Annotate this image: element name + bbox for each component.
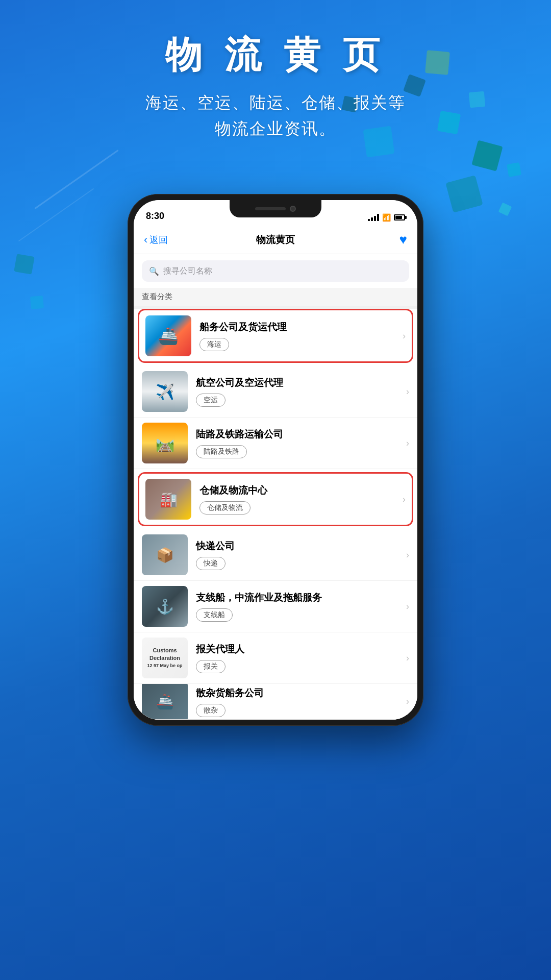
item-image-warehouse: 🏭 (145, 479, 191, 520)
back-label: 返回 (149, 234, 168, 246)
wifi-icon: 📶 (382, 213, 391, 222)
page-header: 物 流 黄 页 海运、空运、陆运、仓储、报关等 物流企业资讯。 (0, 31, 551, 142)
subtitle-line2: 物流企业资讯。 (215, 119, 336, 138)
customs-image-text: CustomsDeclaration12 97 May be op (147, 647, 182, 668)
item-title-land: 陆路及铁路运输公司 (196, 428, 402, 441)
item-tag-courier: 快递 (196, 557, 226, 570)
search-box[interactable]: 🔍 搜寻公司名称 (142, 260, 409, 282)
item-arrow-airline: › (406, 386, 409, 397)
list-item-courier[interactable]: 📦 快递公司 快递 › (134, 529, 417, 581)
item-tag-airline: 空运 (196, 394, 226, 407)
item-arrow-bulk: › (406, 696, 409, 707)
item-tag-feeder: 支线船 (196, 608, 233, 622)
favorite-button[interactable]: ♥ (399, 232, 407, 248)
item-tag-warehouse: 仓储及物流 (199, 501, 251, 514)
item-title-warehouse: 仓储及物流中心 (199, 484, 398, 497)
page-main-title: 物 流 黄 页 (0, 31, 551, 80)
phone-screen: 8:30 📶 ‹ 返回 (134, 200, 417, 720)
item-content-courier: 快递公司 快递 (196, 540, 402, 570)
item-arrow-customs: › (406, 653, 409, 664)
category-label: 查看分类 (134, 288, 417, 306)
item-content-land: 陆路及铁路运输公司 陆路及铁路 (196, 428, 402, 458)
list-item-land[interactable]: 🛤️ 陆路及铁路运输公司 陆路及铁路 › (134, 418, 417, 469)
item-title-feeder: 支线船，中流作业及拖船服务 (196, 591, 402, 604)
item-content-bulk: 散杂货船务公司 散杂 (196, 687, 402, 717)
search-section: 🔍 搜寻公司名称 (134, 254, 417, 288)
list-item-warehouse[interactable]: 🏭 仓储及物流中心 仓储及物流 › (138, 472, 413, 526)
nav-title: 物流黄页 (256, 233, 295, 247)
list-item-bulk[interactable]: 🚢 散杂货船务公司 散杂 › (134, 684, 417, 720)
item-content-customs: 报关代理人 报关 (196, 643, 402, 673)
item-arrow-land: › (406, 438, 409, 449)
subtitle-line1: 海运、空运、陆运、仓储、报关等 (145, 93, 406, 112)
item-image-courier: 📦 (142, 534, 188, 575)
item-tag-shipping: 海运 (199, 338, 229, 351)
item-image-ship: 🚢 (145, 315, 191, 356)
status-time: 8:30 (146, 211, 164, 222)
list-item-feeder[interactable]: ⚓ 支线船，中流作业及拖船服务 支线船 › (134, 581, 417, 632)
back-arrow-icon: ‹ (144, 233, 147, 247)
item-title-bulk: 散杂货船务公司 (196, 687, 402, 700)
item-content-warehouse: 仓储及物流中心 仓储及物流 (199, 484, 398, 514)
battery-icon (394, 214, 405, 220)
item-arrow-shipping: › (403, 331, 406, 341)
search-icon: 🔍 (149, 266, 159, 276)
category-list: 🚢 船务公司及货运代理 海运 › ✈️ 航空公司及空运代理 空运 (134, 309, 417, 720)
item-image-feeder: ⚓ (142, 586, 188, 627)
phone-notch (230, 200, 321, 217)
item-title-shipping: 船务公司及货运代理 (199, 321, 398, 334)
phone-mockup: 8:30 📶 ‹ 返回 (128, 194, 423, 726)
item-arrow-feeder: › (406, 601, 409, 612)
item-tag-bulk: 散杂 (196, 704, 226, 717)
item-tag-customs: 报关 (196, 660, 226, 673)
item-image-plane: ✈️ (142, 371, 188, 412)
item-image-rail: 🛤️ (142, 423, 188, 463)
list-item-airline[interactable]: ✈️ 航空公司及空运代理 空运 › (134, 366, 417, 418)
status-icons: 📶 (368, 213, 405, 222)
item-content-feeder: 支线船，中流作业及拖船服务 支线船 (196, 591, 402, 622)
list-item-shipping[interactable]: 🚢 船务公司及货运代理 海运 › (138, 309, 413, 363)
item-title-customs: 报关代理人 (196, 643, 402, 656)
item-title-airline: 航空公司及空运代理 (196, 376, 402, 389)
notch-camera (290, 206, 296, 212)
item-tag-land: 陆路及铁路 (196, 445, 247, 458)
item-arrow-courier: › (406, 550, 409, 560)
phone-frame: 8:30 📶 ‹ 返回 (128, 194, 423, 726)
item-title-courier: 快递公司 (196, 540, 402, 553)
item-content-shipping: 船务公司及货运代理 海运 (199, 321, 398, 351)
page-subtitle: 海运、空运、陆运、仓储、报关等 物流企业资讯。 (0, 90, 551, 142)
list-item-customs[interactable]: CustomsDeclaration12 97 May be op 报关代理人 … (134, 632, 417, 684)
item-image-bulk: 🚢 (142, 684, 188, 720)
item-arrow-warehouse: › (403, 494, 406, 505)
navigation-bar: ‹ 返回 物流黄页 ♥ (134, 226, 417, 254)
item-image-customs: CustomsDeclaration12 97 May be op (142, 638, 188, 678)
item-content-airline: 航空公司及空运代理 空运 (196, 376, 402, 407)
notch-speaker (255, 207, 286, 210)
back-button[interactable]: ‹ 返回 (144, 233, 168, 247)
search-input[interactable]: 搜寻公司名称 (163, 266, 212, 277)
signal-icon (368, 214, 379, 221)
